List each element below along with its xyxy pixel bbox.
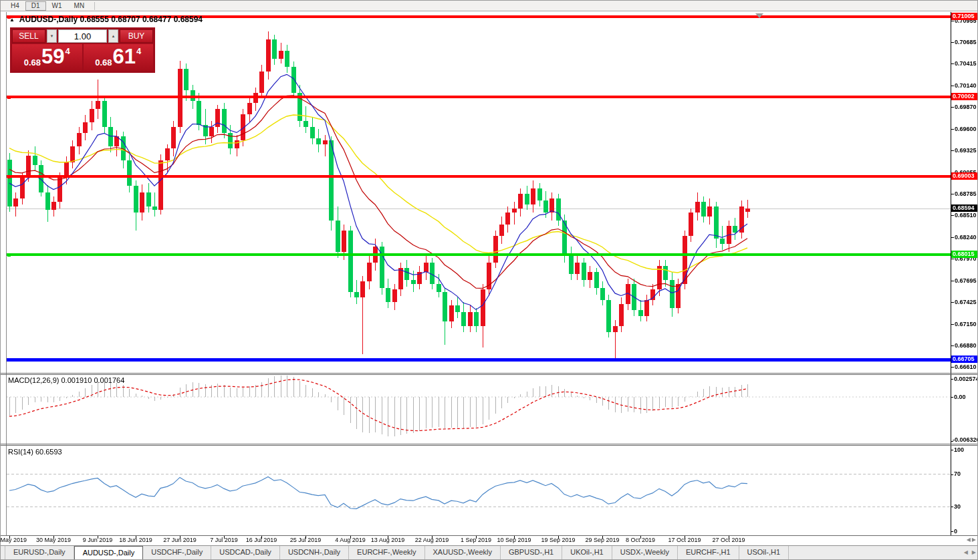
buy-price-pipette: 4: [136, 46, 141, 71]
price-axis-label: 0.67425: [955, 299, 977, 305]
chart-canvas[interactable]: [1, 1, 978, 560]
tab-eurchf-h1[interactable]: EURCHF-,H1: [678, 546, 739, 559]
tab-usdx-weekly[interactable]: USDX-,Weekly: [612, 546, 678, 559]
date-axis-label: 30 May 2019: [36, 537, 71, 543]
price-axis-label: 0.67150: [955, 321, 977, 327]
rsi-axis-30-label: 30: [954, 503, 961, 510]
chart-tab-bar: EURUSD-,DailyAUDUSD-,DailyUSDCHF-,DailyU…: [1, 545, 978, 559]
price-level-label: 0.69003: [951, 172, 978, 180]
date-axis-label: 22 Aug 2019: [415, 537, 449, 543]
timeframe-w1-button[interactable]: W1: [46, 1, 68, 11]
macd-axis-max-label: 0.002574: [954, 376, 978, 382]
price-axis-label: 0.68785: [955, 190, 977, 197]
date-axis-label: 18 Jun 2019: [119, 537, 152, 543]
current-price-label: 0.68594: [951, 204, 978, 212]
tab-eurchf-weekly[interactable]: EURCHF-,Weekly: [349, 546, 424, 559]
buy-price-quote[interactable]: 0.68 61 4: [84, 44, 154, 71]
rsi-axis-70-label: 70: [954, 470, 961, 477]
buy-price-big-digits: 61: [113, 44, 136, 71]
price-level-label: 0.66705: [951, 356, 978, 363]
tab-audusd-daily[interactable]: AUDUSD-,Daily: [74, 546, 144, 559]
volume-input[interactable]: [58, 29, 107, 43]
date-axis-label: 29 Sep 2019: [585, 537, 619, 543]
price-level-label: 0.71005: [951, 13, 978, 20]
collapse-triangle-icon[interactable]: ▲: [9, 17, 15, 23]
tab-usdcnh-daily[interactable]: USDCNH-,Daily: [280, 546, 349, 559]
sell-price-quote[interactable]: 0.68 59 4: [12, 44, 82, 71]
tab-usdcad-daily[interactable]: USDCAD-,Daily: [211, 546, 280, 559]
metatrader-window: H4 D1 W1 MN ▲ AUDUSD-,Daily 0.68555 0.68…: [0, 0, 978, 560]
rsi-indicator-label: RSI(14) 60.6593: [8, 448, 62, 456]
tab-gbpusd-h1[interactable]: GBPUSD-,H1: [501, 546, 562, 559]
chart-symbol-label: AUDUSD-,Daily: [19, 15, 78, 24]
macd-axis-min-label: -0.006326: [953, 436, 978, 443]
timeframe-d1-button[interactable]: D1: [25, 1, 46, 11]
date-axis-label: 17 Oct 2019: [668, 537, 701, 543]
price-axis-label: 0.70140: [955, 82, 977, 89]
price-axis-label: 0.67695: [955, 277, 977, 284]
date-axis-label: 27 Jun 2019: [163, 537, 197, 543]
rsi-axis-0-label: 0: [954, 528, 957, 535]
chart-title: ▲ AUDUSD-,Daily 0.68555 0.68707 0.68477 …: [9, 15, 203, 24]
tab-ukoil-h1[interactable]: UKOil-,H1: [562, 546, 612, 559]
date-axis-label: 19 Sep 2019: [541, 537, 575, 543]
date-axis-label: 4 Aug 2019: [335, 537, 366, 543]
sell-price-pipette: 4: [66, 46, 70, 71]
macd-axis-zero-label: 0.00: [954, 394, 966, 400]
price-axis-label: 0.70415: [955, 60, 977, 67]
tab-list: EURUSD-,DailyAUDUSD-,DailyUSDCHF-,DailyU…: [1, 546, 789, 559]
date-axis-label: 10 Sep 2019: [497, 537, 531, 543]
one-click-trading-panel: SELL ▼ ▲ BUY 0.68 59 4 0.68 61 4: [10, 27, 155, 73]
date-axis-label: 13 Aug 2019: [371, 537, 405, 543]
timeframe-h4-button[interactable]: H4: [5, 1, 25, 11]
buy-price-prefix: 0.68: [95, 57, 112, 67]
date-axis-label: 7 Jul 2019: [210, 537, 238, 543]
macd-indicator-label: MACD(12,26,9) 0.001910 0.001764: [8, 376, 124, 384]
price-axis-label: 0.70685: [955, 39, 977, 45]
volume-increase-button[interactable]: ▲: [108, 29, 118, 43]
price-level-label: 0.70002: [951, 93, 978, 100]
price-level-label: 0.68015: [951, 251, 978, 258]
sell-button[interactable]: SELL: [12, 29, 45, 43]
toolbar-separator: [94, 2, 95, 10]
price-axis-label: 0.66610: [955, 364, 977, 370]
price-axis-label: 0.69325: [955, 147, 977, 154]
date-axis-label: 16 Jul 2019: [246, 537, 277, 543]
buy-button[interactable]: BUY: [120, 29, 153, 43]
sell-price-prefix: 0.68: [24, 57, 41, 67]
timeframe-mn-button[interactable]: MN: [68, 1, 91, 11]
horizontal-scrollbar: ◀ ▶: [967, 537, 976, 543]
tab-scroll-left-icon[interactable]: ◀: [964, 549, 968, 555]
price-axis-label: 0.69600: [955, 126, 977, 132]
timeframe-toolbar: H4 D1 W1 MN: [1, 1, 978, 11]
date-axis-label: 25 Jul 2019: [290, 537, 322, 543]
tab-usdchf-daily[interactable]: USDCHF-,Daily: [143, 546, 211, 559]
price-axis-label: 0.66880: [955, 342, 977, 349]
price-axis-label: 0.68240: [955, 234, 977, 241]
scroll-left-icon[interactable]: ◀: [967, 537, 971, 543]
date-axis-label: 9 Jun 2019: [83, 537, 113, 543]
rsi-axis-100-label: 100: [954, 446, 964, 453]
tab-xauusd-weekly[interactable]: XAUUSD-,Weekly: [425, 546, 501, 559]
date-axis-label: 21 May 2019: [0, 537, 27, 543]
date-axis-label: 27 Oct 2019: [712, 537, 745, 543]
tab-eurusd-daily[interactable]: EURUSD-,Daily: [5, 546, 74, 559]
sell-price-big-digits: 59: [41, 44, 64, 71]
price-axis-label: 0.69870: [955, 104, 977, 110]
volume-decrease-button[interactable]: ▼: [47, 29, 57, 43]
scroll-right-icon[interactable]: ▶: [972, 537, 976, 543]
chart-ohlc-values: 0.68555 0.68707 0.68477 0.68594: [80, 15, 203, 24]
tab-scroll-right-icon[interactable]: ▶: [972, 549, 976, 555]
date-axis-label: 1 Sep 2019: [461, 537, 491, 543]
tab-usoil-h1[interactable]: USOil-,H1: [739, 546, 789, 559]
tab-scroll-arrows: ◀ ▶: [964, 549, 976, 555]
price-axis-label: 0.68510: [955, 212, 977, 219]
date-axis-label: 8 Oct 2019: [626, 537, 655, 543]
